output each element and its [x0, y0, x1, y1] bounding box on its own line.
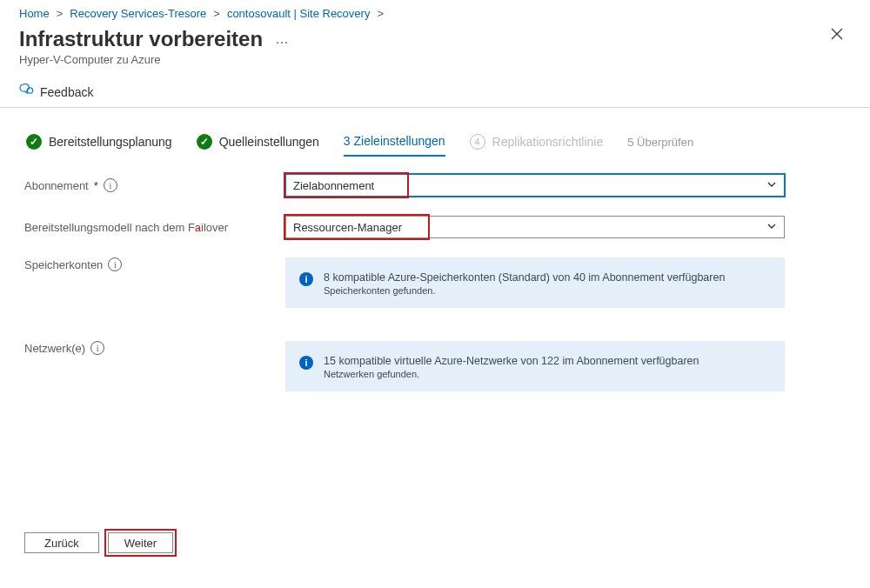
close-icon — [830, 27, 844, 41]
breadcrumb-home[interactable]: Home — [19, 7, 50, 20]
info-badge-icon: i — [299, 272, 313, 286]
step-replication-policy[interactable]: 4 Replikationsrichtlinie — [470, 134, 604, 157]
callout-networks: i 15 kompatible virtuelle Azure-Netzwerk… — [285, 341, 785, 391]
row-networks: Netzwerk(e) i i 15 kompatible virtuelle … — [24, 341, 851, 391]
command-bar: Feedback — [0, 78, 870, 108]
callout-storage-text: 8 kompatible Azure-Speicherkonten (Stand… — [324, 271, 725, 284]
check-circle-icon: ✓ — [26, 134, 42, 150]
back-button[interactable]: Zurück — [24, 532, 99, 553]
info-badge-icon: i — [299, 356, 313, 370]
breadcrumb-separator: > — [213, 7, 220, 20]
label-subscription: Abonnement * i — [24, 178, 285, 192]
more-actions-button[interactable]: … — [275, 31, 290, 47]
next-button-wrap: Weiter — [108, 532, 173, 553]
page-subtitle: Hyper-V-Computer zu Azure — [19, 53, 849, 66]
breadcrumb-separator: > — [57, 7, 64, 20]
required-marker: a — [195, 221, 201, 234]
step-label: Replikationsrichtlinie — [492, 135, 604, 149]
page-title: Infrastruktur vorbereiten — [19, 27, 263, 51]
row-deployment-model: Bereitstellungsmodell nach dem Failover … — [24, 216, 851, 238]
select-deployment-model[interactable]: Ressourcen-Manager — [285, 216, 785, 238]
step-label: Bereitstellungsplanung — [49, 135, 172, 149]
step-label: 5 Überprüfen — [627, 136, 693, 149]
target-settings-form: Abonnement * i Zielabonnement Bereitstel… — [0, 169, 870, 391]
info-icon[interactable]: i — [108, 257, 122, 271]
label-storage-accounts: Speicherkonten i — [24, 257, 285, 271]
close-button[interactable] — [830, 27, 844, 45]
callout-networks-subtext: Netzwerken gefunden. — [324, 369, 699, 379]
breadcrumb-vault[interactable]: contosovault | Site Recovery — [227, 7, 371, 20]
step-review[interactable]: 5 Überprüfen — [627, 136, 693, 156]
step-number-icon: 4 — [470, 134, 485, 150]
check-circle-icon: ✓ — [197, 134, 212, 150]
step-target-settings[interactable]: 3 Zieleinstellungen — [344, 134, 445, 157]
info-icon[interactable]: i — [90, 341, 104, 355]
feedback-button[interactable]: Feedback — [19, 84, 93, 100]
breadcrumb-recovery-services[interactable]: Recovery Services-Tresore — [70, 7, 206, 20]
step-source-settings[interactable]: ✓ Quelleinstellungen — [197, 134, 319, 157]
step-deployment-planning[interactable]: ✓ Bereitstellungsplanung — [26, 134, 172, 157]
wizard-footer: Zurück Weiter — [24, 532, 173, 553]
callout-storage: i 8 kompatible Azure-Speicherkonten (Sta… — [285, 257, 785, 308]
label-networks: Netzwerk(e) i — [24, 341, 285, 355]
feedback-icon — [19, 84, 35, 100]
step-label: Quelleinstellungen — [219, 135, 319, 149]
info-icon[interactable]: i — [104, 178, 117, 192]
step-label: 3 Zieleinstellungen — [344, 134, 445, 148]
callout-networks-text: 15 kompatible virtuelle Azure-Netzwerke … — [324, 355, 699, 367]
select-subscription[interactable]: Zielabonnement — [285, 174, 785, 197]
chevron-down-icon — [766, 179, 777, 192]
select-deployment-model-wrap: Ressourcen-Manager — [285, 216, 785, 238]
callout-storage-subtext: Speicherkonten gefunden. — [324, 285, 725, 296]
row-subscription: Abonnement * i Zielabonnement — [24, 174, 851, 197]
select-deployment-model-value: Ressourcen-Manager — [293, 221, 402, 234]
breadcrumb-separator: > — [377, 7, 384, 20]
chevron-down-icon — [766, 221, 777, 234]
required-marker: * — [94, 179, 98, 192]
page-header: Infrastruktur vorbereiten … Hyper-V-Comp… — [0, 23, 870, 66]
next-button[interactable]: Weiter — [108, 532, 173, 553]
row-storage-accounts: Speicherkonten i i 8 kompatible Azure-Sp… — [24, 257, 851, 308]
wizard-stepper: ✓ Bereitstellungsplanung ✓ Quelleinstell… — [0, 108, 870, 169]
select-subscription-value: Zielabonnement — [293, 179, 374, 192]
feedback-label: Feedback — [40, 85, 93, 99]
label-deployment-model: Bereitstellungsmodell nach dem Failover — [24, 221, 285, 234]
breadcrumb: Home > Recovery Services-Tresore > conto… — [0, 0, 870, 23]
select-subscription-wrap: Zielabonnement — [285, 174, 785, 197]
